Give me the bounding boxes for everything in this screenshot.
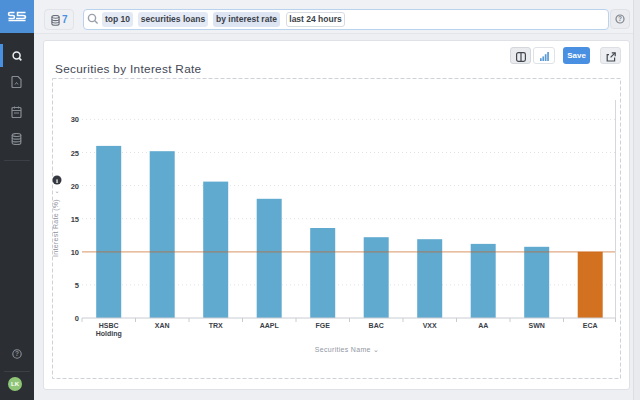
svg-text:25: 25 — [71, 149, 79, 158]
svg-text:Interest Rate (%): Interest Rate (%) — [52, 199, 60, 257]
svg-text:15: 15 — [71, 215, 79, 224]
svg-text:30: 30 — [71, 115, 79, 124]
svg-text:XAN: XAN — [155, 322, 170, 329]
svg-text:AA: AA — [478, 322, 488, 329]
svg-text:⌄: ⌄ — [54, 188, 59, 194]
svg-text:AAPL: AAPL — [260, 322, 280, 329]
svg-text:HSBC: HSBC — [99, 322, 119, 329]
svg-text:i: i — [56, 177, 58, 185]
svg-text:Holding: Holding — [96, 330, 122, 338]
svg-text:VXX: VXX — [423, 322, 437, 329]
svg-text:0: 0 — [75, 314, 79, 323]
svg-text:TRX: TRX — [209, 322, 223, 329]
svg-text:5: 5 — [75, 281, 79, 290]
svg-text:10: 10 — [71, 248, 79, 257]
svg-text:Securities Name ⌄: Securities Name ⌄ — [315, 346, 379, 353]
svg-text:FGE: FGE — [316, 322, 331, 329]
svg-text:20: 20 — [71, 182, 79, 191]
svg-text:ECA: ECA — [583, 322, 598, 329]
svg-text:SWN: SWN — [529, 322, 545, 329]
svg-text:BAC: BAC — [369, 322, 384, 329]
